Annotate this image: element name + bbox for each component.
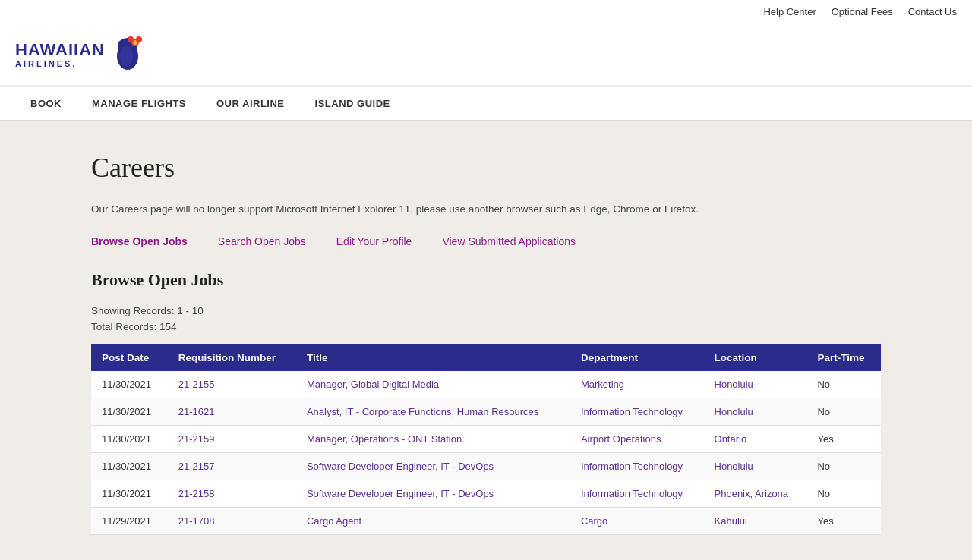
col-part-time: Part-Time: [806, 344, 881, 371]
cell-location[interactable]: Kahului: [704, 508, 807, 535]
tab-view-submitted[interactable]: View Submitted Applications: [442, 235, 576, 247]
cell-part-time: No: [806, 480, 881, 508]
cell-department[interactable]: Information Technology: [570, 398, 704, 426]
nav-manage-flights[interactable]: MANAGE FLIGHTS: [77, 87, 201, 120]
cell-department[interactable]: Marketing: [570, 371, 704, 398]
cell-department[interactable]: Cargo: [570, 508, 704, 535]
cell-location[interactable]: Phoenix, Arizona: [704, 480, 807, 508]
cell-part-time: Yes: [806, 508, 881, 535]
help-center-link[interactable]: Help Center: [763, 6, 816, 17]
cell-req-number[interactable]: 21-2155: [168, 371, 296, 398]
cell-title[interactable]: Software Developer Engineer, IT - DevOps: [296, 453, 570, 480]
logo-hawaiian: HAWAIIAN: [15, 41, 105, 59]
cell-location[interactable]: Ontario: [704, 426, 807, 453]
cell-req-number[interactable]: 21-1708: [168, 508, 296, 535]
cell-department[interactable]: Information Technology: [570, 453, 704, 480]
header: HAWAIIAN AIRLINES.: [0, 24, 972, 87]
cell-part-time: No: [806, 371, 881, 398]
tab-links: Browse Open Jobs Search Open Jobs Edit Y…: [91, 235, 881, 247]
notice-text: Our Careers page will no longer support …: [91, 202, 881, 217]
cell-part-time: No: [806, 398, 881, 426]
showing-records: Showing Records: 1 - 10: [91, 305, 881, 316]
tab-search-open-jobs[interactable]: Search Open Jobs: [218, 235, 306, 247]
cell-req-number[interactable]: 21-1621: [168, 398, 296, 426]
total-records: Total Records: 154: [91, 321, 881, 332]
page-title: Careers: [91, 152, 881, 184]
svg-point-4: [136, 36, 142, 42]
cell-post-date: 11/29/2021: [91, 508, 168, 535]
svg-point-6: [119, 46, 133, 66]
cell-title[interactable]: Cargo Agent: [296, 508, 570, 535]
cell-location[interactable]: Honolulu: [704, 453, 807, 480]
main-nav: BOOK MANAGE FLIGHTS OUR AIRLINE ISLAND G…: [0, 87, 972, 121]
logo-text: HAWAIIAN AIRLINES.: [15, 41, 105, 68]
logo[interactable]: HAWAIIAN AIRLINES.: [15, 32, 146, 77]
top-bar: Help Center Optional Fees Contact Us: [0, 0, 972, 24]
cell-req-number[interactable]: 21-2158: [168, 480, 296, 508]
table-row: 11/30/202121-2155Manager, Global Digital…: [91, 371, 881, 398]
col-title: Title: [296, 344, 570, 371]
optional-fees-link[interactable]: Optional Fees: [832, 6, 893, 17]
table-row: 11/29/202121-1708Cargo AgentCargoKahului…: [91, 508, 881, 535]
section-title: Browse Open Jobs: [91, 270, 881, 290]
cell-post-date: 11/30/2021: [91, 371, 168, 398]
col-post-date: Post Date: [91, 344, 168, 371]
nav-book[interactable]: BOOK: [15, 87, 77, 120]
col-location: Location: [704, 344, 807, 371]
cell-req-number[interactable]: 21-2159: [168, 426, 296, 453]
cell-post-date: 11/30/2021: [91, 426, 168, 453]
cell-req-number[interactable]: 21-2157: [168, 453, 296, 480]
col-department: Department: [570, 344, 704, 371]
cell-location[interactable]: Honolulu: [704, 371, 807, 398]
table-row: 11/30/202121-2159Manager, Operations - O…: [91, 426, 881, 453]
cell-title[interactable]: Software Developer Engineer, IT - DevOps: [296, 480, 570, 508]
cell-title[interactable]: Manager, Operations - ONT Station: [296, 426, 570, 453]
jobs-table: Post Date Requisition Number Title Depar…: [91, 344, 881, 535]
table-row: 11/30/202121-2157Software Developer Engi…: [91, 453, 881, 480]
nav-our-airline[interactable]: OUR AIRLINE: [201, 87, 300, 120]
nav-island-guide[interactable]: ISLAND GUIDE: [300, 87, 406, 120]
tab-edit-profile[interactable]: Edit Your Profile: [336, 235, 412, 247]
cell-location[interactable]: Honolulu: [704, 398, 807, 426]
svg-point-5: [128, 36, 134, 42]
col-req-number: Requisition Number: [168, 344, 296, 371]
cell-department[interactable]: Information Technology: [570, 480, 704, 508]
cell-post-date: 11/30/2021: [91, 453, 168, 480]
cell-part-time: Yes: [806, 426, 881, 453]
contact-us-link[interactable]: Contact Us: [908, 6, 957, 17]
cell-post-date: 11/30/2021: [91, 398, 168, 426]
cell-department[interactable]: Airport Operations: [570, 426, 704, 453]
cell-post-date: 11/30/2021: [91, 480, 168, 508]
table-row: 11/30/202121-2158Software Developer Engi…: [91, 480, 881, 508]
cell-title[interactable]: Analyst, IT - Corporate Functions, Human…: [296, 398, 570, 426]
logo-icon: [109, 32, 146, 77]
main-content: Careers Our Careers page will no longer …: [0, 121, 972, 560]
cell-part-time: No: [806, 453, 881, 480]
logo-airlines: AIRLINES.: [15, 59, 105, 68]
tab-browse-open-jobs[interactable]: Browse Open Jobs: [91, 235, 188, 247]
cell-title[interactable]: Manager, Global Digital Media: [296, 371, 570, 398]
table-row: 11/30/202121-1621Analyst, IT - Corporate…: [91, 398, 881, 426]
